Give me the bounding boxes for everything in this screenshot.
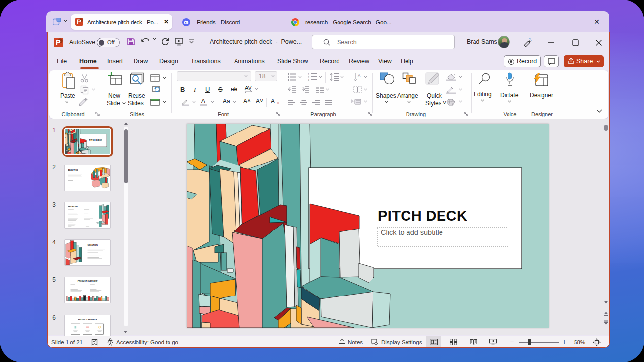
svg-text:ABOUT US: ABOUT US xyxy=(68,169,78,171)
svg-text:PRODUCT OVERVIEW: PRODUCT OVERVIEW xyxy=(78,280,98,282)
svg-text:PITCH DECK: PITCH DECK xyxy=(89,139,103,141)
svg-text:A: A xyxy=(358,73,361,78)
svg-text:PRODUCT BENEFITS: PRODUCT BENEFITS xyxy=(78,319,97,321)
svg-text:SOLUTION: SOLUTION xyxy=(88,244,98,246)
svg-text:PITCH DECK: PITCH DECK xyxy=(378,208,467,224)
svg-text:Click to add subtitle: Click to add subtitle xyxy=(381,229,443,236)
svg-text:3: 3 xyxy=(308,78,309,81)
svg-text:PROBLEM: PROBLEM xyxy=(68,206,78,208)
